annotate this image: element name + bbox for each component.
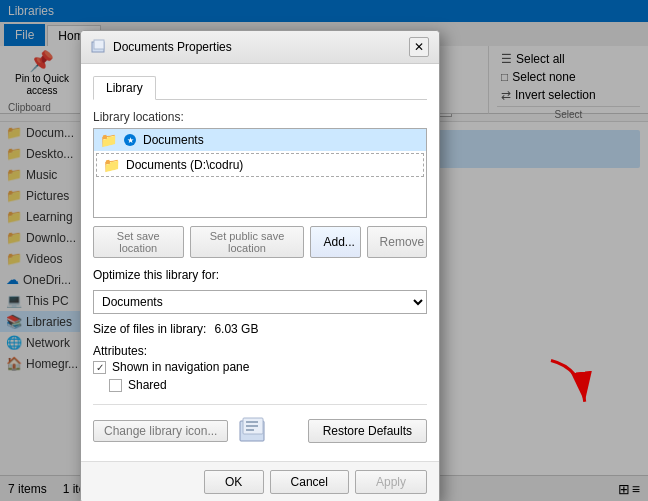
set-public-save-location-btn[interactable]: Set public save location: [190, 226, 305, 258]
dialog-overlay: Documents Properties ✕ Library Library l…: [0, 0, 648, 501]
locations-list: 📁 ★ Documents 📁 Documents (D:\codru): [93, 128, 427, 218]
size-label: Size of files in library:: [93, 322, 206, 336]
dialog-close-button[interactable]: ✕: [409, 37, 429, 57]
change-library-icon-btn[interactable]: Change library icon...: [93, 420, 228, 442]
dialog-title-icon: [91, 39, 107, 55]
size-row: Size of files in library: 6.03 GB: [93, 322, 427, 336]
dialog-body: Library Library locations: 📁 ★ Documents…: [81, 64, 439, 461]
locations-label: Library locations:: [93, 110, 427, 124]
optimize-dropdown[interactable]: Documents Pictures Music Videos General …: [93, 290, 427, 314]
shown-in-nav-pane-checkbox[interactable]: [93, 361, 106, 374]
attr-shared: Shared: [93, 376, 427, 394]
location-item-codru[interactable]: 📁 Documents (D:\codru): [96, 153, 424, 177]
apply-button[interactable]: Apply: [355, 470, 427, 494]
library-icon-preview: [236, 413, 272, 449]
location-item-documents[interactable]: 📁 ★ Documents: [94, 129, 426, 151]
shared-checkbox[interactable]: [109, 379, 122, 392]
optimize-row: Optimize this library for:: [93, 268, 427, 282]
remove-btn[interactable]: Remove: [367, 226, 427, 258]
dialog-tab-bar: Library: [93, 76, 427, 100]
attr-nav-label: Shown in navigation pane: [112, 360, 249, 374]
attributes-section: Attributes: Shown in navigation pane Sha…: [93, 344, 427, 394]
svg-text:★: ★: [127, 136, 134, 145]
add-btn[interactable]: Add...: [310, 226, 360, 258]
location-secondary-icon: 📁: [103, 157, 120, 173]
divider: [93, 404, 427, 405]
cancel-button[interactable]: Cancel: [270, 470, 349, 494]
attr-navigation-pane: Shown in navigation pane: [93, 358, 427, 376]
set-save-location-btn[interactable]: Set save location: [93, 226, 184, 258]
dialog-title: Documents Properties: [113, 40, 403, 54]
svg-rect-13: [94, 40, 104, 49]
icon-restore-row: Change library icon... Restore Defaults: [93, 413, 427, 449]
ok-button[interactable]: OK: [204, 470, 264, 494]
attributes-label: Attributes:: [93, 344, 147, 358]
dialog-action-row: OK Cancel Apply: [81, 461, 439, 501]
attr-shared-label: Shared: [128, 378, 167, 392]
svg-rect-20: [246, 429, 254, 431]
svg-rect-18: [246, 421, 258, 423]
optimize-label: Optimize this library for:: [93, 268, 219, 282]
svg-rect-19: [246, 425, 258, 427]
size-value: 6.03 GB: [214, 322, 258, 336]
tab-library[interactable]: Library: [93, 76, 156, 100]
location-buttons: Set save location Set public save locati…: [93, 226, 427, 258]
location-primary-icon: 📁: [100, 132, 117, 148]
restore-defaults-btn[interactable]: Restore Defaults: [308, 419, 427, 443]
documents-properties-dialog: Documents Properties ✕ Library Library l…: [80, 30, 440, 501]
red-arrow-indicator: [536, 353, 596, 413]
dialog-titlebar: Documents Properties ✕: [81, 31, 439, 64]
